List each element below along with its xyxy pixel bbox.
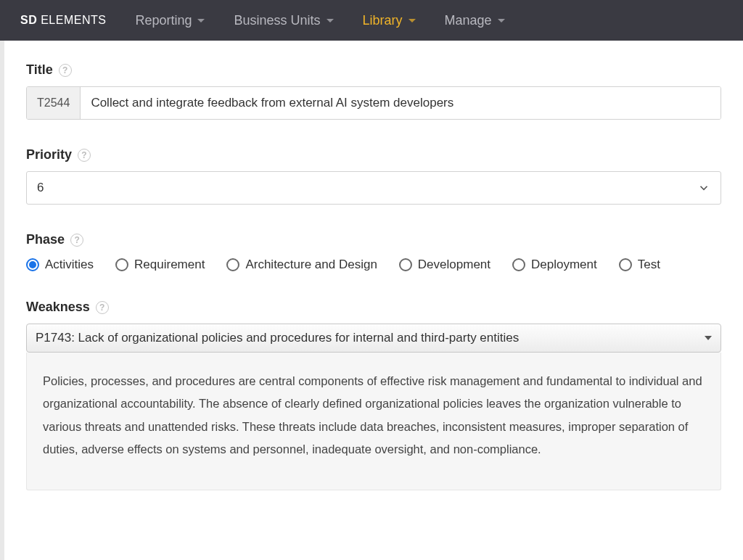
- radio-label: Activities: [45, 258, 94, 272]
- page-body: Title ? T2544 Priority ? 6: [0, 41, 743, 560]
- radio-icon: [26, 258, 39, 271]
- phase-radio-test[interactable]: Test: [619, 258, 660, 272]
- nav-item-label: Manage: [445, 13, 492, 28]
- caret-down-icon: [327, 19, 334, 22]
- help-icon[interactable]: ?: [96, 301, 109, 314]
- weakness-description: Policies, processes, and procedures are …: [26, 353, 721, 490]
- field-priority: Priority ? 6: [26, 147, 721, 205]
- phase-radio-architecture-and-design[interactable]: Architecture and Design: [226, 258, 377, 272]
- top-nav: SD ELEMENTS ReportingBusiness UnitsLibra…: [0, 0, 743, 41]
- brand-logo: SD ELEMENTS: [20, 14, 106, 27]
- title-label: Title: [26, 62, 53, 78]
- priority-value: 6: [37, 181, 697, 195]
- phase-label: Phase: [26, 232, 65, 247]
- field-phase: Phase ? ActivitiesRequirementArchitectur…: [26, 232, 721, 272]
- nav-item-label: Business Units: [234, 13, 320, 28]
- field-title: Title ? T2544: [26, 62, 721, 120]
- radio-label: Development: [418, 258, 490, 272]
- priority-select[interactable]: 6: [26, 171, 721, 205]
- weakness-value: P1743: Lack of organizational policies a…: [36, 331, 705, 345]
- radio-label: Deployment: [531, 258, 597, 272]
- phase-radio-activities[interactable]: Activities: [26, 258, 94, 272]
- title-input[interactable]: [81, 87, 721, 119]
- brand-right: ELEMENTS: [41, 14, 106, 26]
- phase-radio-deployment[interactable]: Deployment: [512, 258, 597, 272]
- phase-radio-development[interactable]: Development: [399, 258, 490, 272]
- chevron-down-icon: [697, 181, 710, 194]
- radio-label: Test: [638, 258, 660, 272]
- nav-item-library[interactable]: Library: [363, 13, 416, 28]
- field-weakness: Weakness ? P1743: Lack of organizational…: [26, 300, 721, 490]
- caret-down-icon: [197, 19, 205, 22]
- radio-icon: [619, 258, 632, 271]
- brand-left: SD: [20, 14, 37, 26]
- title-id: T2544: [27, 87, 81, 119]
- weakness-label: Weakness: [26, 300, 90, 315]
- phase-radio-requirement[interactable]: Requirement: [115, 258, 205, 272]
- radio-icon: [115, 258, 128, 271]
- help-icon[interactable]: ?: [78, 149, 91, 162]
- radio-label: Requirement: [134, 258, 205, 272]
- help-icon[interactable]: ?: [70, 234, 83, 247]
- priority-label: Priority: [26, 147, 72, 162]
- nav-item-label: Library: [363, 13, 403, 28]
- nav-item-business-units[interactable]: Business Units: [234, 13, 333, 28]
- caret-down-icon: [705, 336, 712, 340]
- caret-down-icon: [498, 19, 505, 22]
- nav-item-manage[interactable]: Manage: [445, 13, 505, 28]
- radio-label: Architecture and Design: [245, 258, 377, 272]
- radio-icon: [399, 258, 412, 271]
- weakness-select[interactable]: P1743: Lack of organizational policies a…: [26, 324, 721, 353]
- caret-down-icon: [409, 19, 416, 22]
- radio-icon: [226, 258, 239, 271]
- nav-item-reporting[interactable]: Reporting: [135, 13, 205, 28]
- nav-item-label: Reporting: [135, 13, 192, 28]
- radio-icon: [512, 258, 525, 271]
- help-icon[interactable]: ?: [59, 64, 72, 77]
